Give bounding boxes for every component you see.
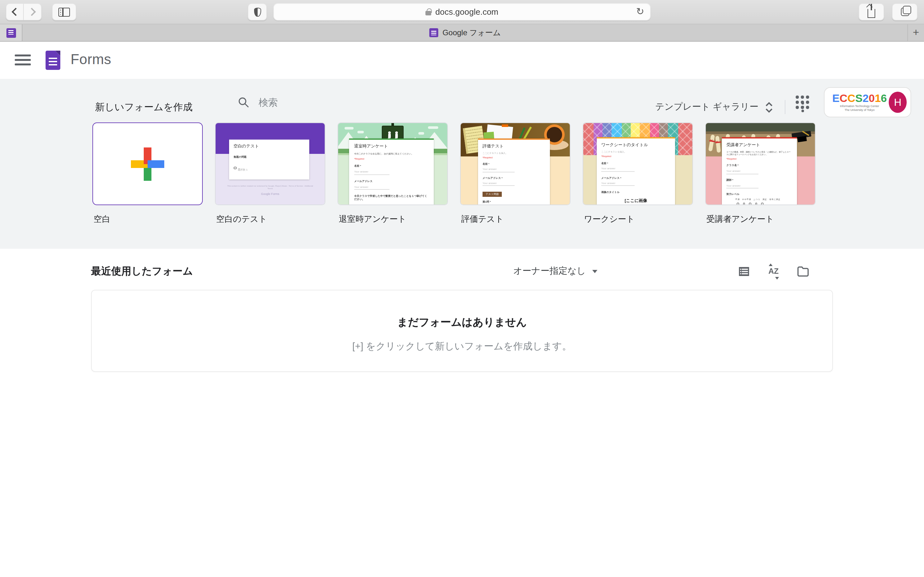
sort-az-button[interactable]: AZ xyxy=(767,264,780,278)
template-section: 新しいフォームを作成 テンプレート ギャラリー xyxy=(0,79,924,249)
template-card-blank[interactable]: 空白 xyxy=(92,122,203,225)
template-label: ワークシート xyxy=(583,213,693,225)
url-text: docs.google.com xyxy=(435,7,499,17)
template-card-course-evaluation[interactable]: 受講者アンケート コースの構成、内容、講師についてのご意見・ご感想など、修了した… xyxy=(705,122,816,225)
forward-button[interactable] xyxy=(24,3,42,21)
template-card-assessment[interactable]: 評価テスト ここにテキストを挿入。 *Required 名前 * Your an… xyxy=(460,122,570,225)
folder-icon xyxy=(796,264,810,278)
empty-state-card: まだフォームはありません [+] をクリックして新しいフォームを作成します。 xyxy=(91,290,833,372)
template-label: 評価テスト xyxy=(460,213,570,225)
tab-google-forms[interactable]: Google フォーム xyxy=(23,24,907,41)
empty-state-subtitle: [+] をクリックして新しいフォームを作成します。 xyxy=(92,340,832,353)
template-card-exit-survey[interactable]: 退室時アンケート 今日このクラスを出る前に、次の質問に答えてください。 *Req… xyxy=(338,122,448,225)
browser-toolbar: docs.google.com ↻ xyxy=(0,0,924,24)
template-cards: 空白 空白のテスト 無題の問題 選択肢 1 This content is ne xyxy=(91,122,833,225)
org-logo: ECCS2016 Information Technology Center T… xyxy=(832,93,887,111)
forms-header: Forms ECCS2016 Information Technology Ce… xyxy=(0,42,924,79)
tab-overview-button[interactable] xyxy=(892,3,918,21)
lock-icon xyxy=(426,11,431,15)
forms-logo-icon[interactable] xyxy=(45,51,60,70)
template-menu-icon[interactable] xyxy=(797,101,809,113)
pinned-tab-google-forms[interactable] xyxy=(0,24,23,41)
dropdown-arrow-icon xyxy=(592,270,598,273)
new-form-plus-icon xyxy=(131,147,164,181)
avatar[interactable]: H xyxy=(889,92,907,113)
address-bar[interactable]: docs.google.com ↻ xyxy=(273,3,651,21)
empty-state-title: まだフォームはありません xyxy=(92,316,832,330)
account-card[interactable]: ECCS2016 Information Technology Center T… xyxy=(824,87,911,117)
list-view-button[interactable] xyxy=(737,264,751,278)
template-card-blank-quiz[interactable]: 空白のテスト 無題の問題 選択肢 1 This content is neith… xyxy=(215,122,325,225)
shield-icon xyxy=(254,7,261,16)
app-title: Forms xyxy=(71,51,111,68)
template-card-worksheet[interactable]: ワークシートのタイトル ここにテキストを挿入。 *Required 名前 * Y… xyxy=(583,122,693,225)
main-menu-button[interactable] xyxy=(15,55,31,65)
tabs-icon xyxy=(901,8,909,16)
share-icon xyxy=(867,9,875,18)
forms-favicon xyxy=(429,28,438,37)
recent-section-title: 最近使用したフォーム xyxy=(91,264,193,278)
recent-section: 最近使用したフォーム オーナー指定なし xyxy=(91,261,833,372)
template-label: 受講者アンケート xyxy=(705,213,816,225)
template-gallery-button[interactable]: テンプレート ギャラリー xyxy=(655,101,758,113)
forward-icon xyxy=(27,8,35,16)
new-tab-button[interactable]: + xyxy=(907,24,924,41)
org-line1: Information Technology Center xyxy=(832,105,887,108)
unfold-more-icon[interactable] xyxy=(765,102,773,113)
divider xyxy=(785,100,785,114)
open-file-picker-button[interactable] xyxy=(796,264,810,278)
template-label: 空白 xyxy=(92,213,203,225)
share-button[interactable] xyxy=(859,3,884,21)
back-button[interactable] xyxy=(6,3,24,21)
owner-filter-dropdown[interactable]: オーナー指定なし xyxy=(513,266,598,277)
template-label: 空白のテスト xyxy=(215,213,325,225)
tab-title: Google フォーム xyxy=(443,27,501,38)
list-view-icon xyxy=(737,264,751,278)
tab-bar: Google フォーム + xyxy=(0,24,924,42)
template-label: 退室時アンケート xyxy=(338,213,448,225)
reload-icon[interactable]: ↻ xyxy=(636,6,644,17)
sidebar-toggle-button[interactable] xyxy=(52,3,76,21)
privacy-report-button[interactable] xyxy=(248,3,267,21)
template-section-title: 新しいフォームを作成 xyxy=(91,101,192,113)
sidebar-icon xyxy=(58,7,70,16)
forms-favicon xyxy=(6,28,16,37)
back-icon xyxy=(11,8,19,16)
org-line2: The University of Tokyo xyxy=(832,108,887,111)
